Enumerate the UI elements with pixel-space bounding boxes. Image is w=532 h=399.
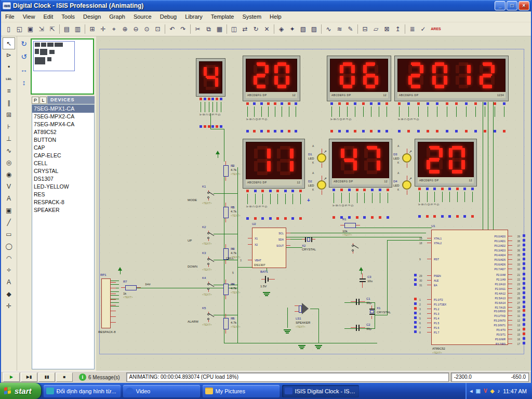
- seg-display-second[interactable]: ABCDEFG DP12: [415, 139, 476, 186]
- import-section-icon[interactable]: ⇲: [36, 24, 47, 35]
- bus-mode-icon[interactable]: ∥: [3, 97, 15, 109]
- tape-recorder-mode-icon[interactable]: ◎: [3, 157, 15, 169]
- mirror-vertical-icon[interactable]: ↕: [18, 77, 30, 89]
- packaging-tool-icon[interactable]: ▧: [298, 24, 309, 35]
- 2d-box-mode-icon[interactable]: ▭: [3, 229, 15, 241]
- hide-icons[interactable]: ◂: [470, 388, 472, 395]
- block-copy-icon[interactable]: ◫: [229, 24, 240, 35]
- pause-button[interactable]: ▮▮: [38, 373, 55, 382]
- resistor-R3[interactable]: [223, 244, 229, 264]
- false-origin-icon[interactable]: ✛: [98, 24, 109, 35]
- print-icon[interactable]: ▤: [61, 24, 72, 35]
- device-item-at89c52[interactable]: AT89C52: [32, 128, 94, 136]
- netlist-to-ares-icon[interactable]: ARES: [429, 24, 443, 35]
- menu-file[interactable]: File: [1, 12, 19, 21]
- taskbar-task-media[interactable]: Video: [123, 385, 200, 397]
- network-icon[interactable]: ▣: [476, 388, 481, 395]
- mirror-horizontal-icon[interactable]: ↔: [18, 64, 30, 76]
- menu-edit[interactable]: Edit: [39, 12, 57, 21]
- menu-view[interactable]: View: [19, 12, 39, 21]
- step-button[interactable]: ▶▮: [21, 373, 37, 382]
- button-K3[interactable]: [204, 257, 214, 267]
- mark-output-area-icon[interactable]: ▥: [72, 24, 83, 35]
- menu-source[interactable]: Source: [129, 12, 156, 21]
- info-icon[interactable]: i: [79, 374, 86, 381]
- graph-mode-icon[interactable]: ∿: [3, 145, 15, 157]
- resistor-R7[interactable]: [121, 285, 141, 291]
- button-K5[interactable]: [204, 312, 214, 322]
- remove-sheet-icon[interactable]: ⊠: [381, 24, 392, 35]
- block-delete-icon[interactable]: ✕: [261, 24, 272, 35]
- design-explorer-icon[interactable]: ⊟: [360, 24, 370, 35]
- pick-parts-button[interactable]: P: [32, 97, 39, 104]
- search-and-tag-icon[interactable]: ≋: [334, 24, 345, 35]
- capacitor-C2[interactable]: [351, 324, 365, 331]
- schematic-canvas[interactable]: ABCDEFGABCDEFG DP12ABCDEFGABCDEFG DP12AB…: [96, 36, 531, 371]
- generator-mode-icon[interactable]: ◉: [3, 169, 15, 181]
- property-assignment-icon[interactable]: ✎: [345, 24, 356, 35]
- device-item-7seg-mpx2-ca[interactable]: 7SEG-MPX2-CA: [32, 113, 94, 121]
- led-D3[interactable]: ↗: [402, 149, 413, 171]
- speaker-LS1[interactable]: [295, 302, 310, 316]
- text-script-mode-icon[interactable]: ≡: [3, 85, 15, 97]
- device-item-7seg-mpx4-ca[interactable]: 7SEG-MPX4-CA: [32, 121, 94, 128]
- virtual-instruments-mode-icon[interactable]: ▣: [3, 205, 15, 217]
- volume-icon[interactable]: ♪: [497, 388, 500, 395]
- current-probe-mode-icon[interactable]: A: [3, 193, 15, 205]
- library-button[interactable]: L: [39, 97, 47, 104]
- copy-icon[interactable]: ⧉: [203, 24, 214, 35]
- chip-U2[interactable]: DS1307X1X23VBATSCLSDASOUT: [252, 228, 286, 268]
- resistor-R4[interactable]: [223, 280, 229, 299]
- battery-BAT1[interactable]: [261, 275, 275, 284]
- block-rotate-icon[interactable]: ↻: [250, 24, 261, 35]
- overview-map[interactable]: [31, 38, 94, 95]
- redo-icon[interactable]: ↷: [178, 24, 189, 35]
- menu-debug[interactable]: Debug: [156, 12, 181, 21]
- open-design-icon[interactable]: ◱: [14, 24, 25, 35]
- 2d-symbol-mode-icon[interactable]: ◆: [3, 288, 15, 300]
- resistor-R6[interactable]: [223, 314, 229, 334]
- resistor-R5[interactable]: [223, 203, 229, 222]
- taskbar-task-photo[interactable]: Đổi định dạng hình từ...: [44, 385, 121, 397]
- marker-mode-icon[interactable]: ✛: [3, 300, 15, 312]
- resistor-R1[interactable]: [340, 222, 360, 229]
- new-sheet-icon[interactable]: ▱: [370, 24, 381, 35]
- cut-icon[interactable]: ✂: [192, 24, 203, 35]
- device-item-respack-8[interactable]: RESPACK-8: [32, 198, 94, 206]
- toggle-grid-icon[interactable]: ⊞: [87, 24, 98, 35]
- zoom-area-icon[interactable]: ⊡: [152, 24, 163, 35]
- new-design-icon[interactable]: ▯: [3, 24, 14, 35]
- menu-library[interactable]: Library: [181, 12, 207, 21]
- block-move-icon[interactable]: ⇄: [240, 24, 250, 35]
- 2d-circle-mode-icon[interactable]: ◯: [3, 241, 15, 252]
- electrical-rule-check-icon[interactable]: ✓: [418, 24, 429, 35]
- button-K2[interactable]: [204, 231, 214, 241]
- export-section-icon[interactable]: ⇱: [47, 24, 58, 35]
- menu-template[interactable]: Template: [207, 12, 238, 21]
- resistor-R2[interactable]: [223, 161, 229, 181]
- menu-system[interactable]: System: [238, 12, 265, 21]
- message-count[interactable]: 6 Message(s): [88, 375, 120, 380]
- undo-icon[interactable]: ↶: [167, 24, 178, 35]
- menu-design[interactable]: Design: [79, 12, 105, 21]
- subcircuit-mode-icon[interactable]: ⊞: [3, 109, 15, 121]
- button-K4[interactable]: [204, 282, 214, 292]
- goto-sheet-icon[interactable]: ↥: [392, 24, 403, 35]
- rotate-anticlockwise-icon[interactable]: ↺: [18, 51, 30, 63]
- minimize-button[interactable]: _: [495, 1, 506, 10]
- paste-icon[interactable]: ▦: [214, 24, 225, 35]
- voltage-probe-mode-icon[interactable]: V: [3, 181, 15, 193]
- component-mode-icon[interactable]: ⊳: [3, 49, 15, 61]
- restore-button[interactable]: □: [507, 1, 517, 10]
- button-reset[interactable]: [349, 243, 358, 254]
- 2d-line-mode-icon[interactable]: ╱: [3, 217, 15, 229]
- view-bom-icon[interactable]: ≣: [407, 24, 418, 35]
- 2d-text-mode-icon[interactable]: A: [3, 276, 15, 288]
- chip-U1[interactable]: 19XTAL118XTAL29RST29PSEN30ALE31EA1P1.0/T…: [431, 230, 508, 345]
- seg-display-year[interactable]: ABCDEFG DP1234: [395, 56, 508, 101]
- device-item-speaker[interactable]: SPEAKER: [32, 206, 94, 214]
- device-item-res[interactable]: RES: [32, 191, 94, 198]
- junction-dot-mode-icon[interactable]: •: [3, 61, 15, 73]
- start-button[interactable]: start: [0, 383, 41, 399]
- menu-help[interactable]: Help: [265, 12, 286, 21]
